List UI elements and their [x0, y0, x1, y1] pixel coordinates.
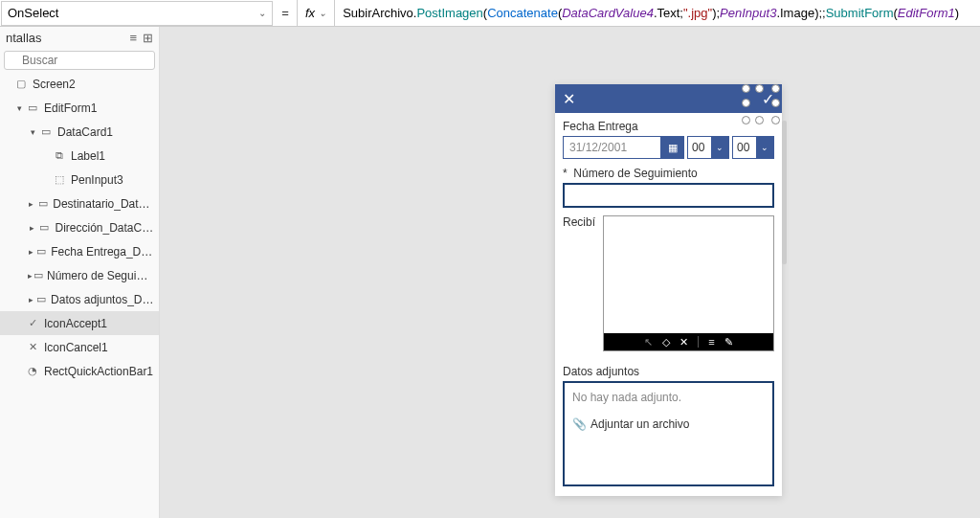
hour-select[interactable]: 00 ⌄ — [687, 136, 729, 159]
tree-item[interactable]: ▸▭Datos adjuntos_DataCard1 — [0, 287, 159, 311]
calendar-icon[interactable]: ▦ — [661, 136, 684, 159]
chevron-down-icon: ⌄ — [756, 137, 773, 158]
fx-label: fx — [305, 6, 315, 20]
datos-label: Datos adjuntos — [563, 365, 774, 378]
tree-node-icon: ▭ — [25, 101, 40, 116]
numseg-label: * Número de Seguimiento — [563, 167, 774, 180]
tree-node-label: Screen2 — [33, 78, 76, 91]
tree-node-icon: ▢ — [13, 77, 29, 92]
pen-draw-icon[interactable]: ✎ — [724, 336, 733, 349]
tree-node-icon: ▭ — [35, 244, 47, 259]
list-view-icon[interactable]: ≡ — [129, 31, 137, 45]
hour-value: 00 — [688, 137, 711, 158]
attach-file-link[interactable]: 📎 Adjuntar un archivo — [572, 417, 765, 431]
selection-handles[interactable] — [742, 84, 780, 124]
tree-node-label: Número de Seguimiento_DataCard1 — [47, 269, 155, 282]
search-wrap: ⌕ — [4, 51, 155, 70]
tree-node-label: Fecha Entrega_DataCard1 — [51, 245, 155, 259]
tree-item[interactable]: ⬚PenInput3 — [0, 168, 159, 191]
pen-clear-icon[interactable]: ✕ — [679, 336, 688, 349]
tree-node-icon: ▭ — [33, 268, 43, 283]
tree-node-icon: ▭ — [38, 124, 54, 140]
tree-node-icon: ✕ — [25, 340, 40, 355]
formula-bar: OnSelect ⌄ = fx ⌄ SubirArchivo.PostImage… — [0, 0, 980, 27]
pen-cursor-icon[interactable]: ↖ — [644, 336, 653, 349]
tree-item[interactable]: ▸▭Número de Seguimiento_DataCard1 — [0, 263, 159, 287]
tree-node-icon: ▭ — [36, 196, 49, 212]
fx-button[interactable]: fx ⌄ — [297, 0, 335, 26]
tree-item[interactable]: ✕IconCancel1 — [0, 335, 159, 359]
search-input[interactable] — [4, 51, 155, 70]
tree-node-label: DataCard1 — [57, 125, 113, 139]
tree-toggle[interactable]: ▸ — [27, 199, 36, 209]
tree-toggle[interactable]: ▸ — [27, 247, 35, 257]
tree-node-icon: ▭ — [35, 292, 47, 307]
pen-input[interactable]: ↖ ◇ ✕ ≡ ✎ — [603, 215, 774, 351]
grid-view-icon[interactable]: ⊞ — [143, 31, 153, 45]
chevron-down-icon: ⌄ — [711, 137, 728, 158]
date-input[interactable]: 31/12/2001 ▦ — [563, 136, 684, 159]
panel-header: ntallas ≡ ⊞ — [0, 27, 159, 49]
tree-toggle[interactable]: ▸ — [27, 271, 33, 281]
tree-item[interactable]: ▢Screen2 — [0, 72, 159, 96]
property-dropdown[interactable]: OnSelect ⌄ — [1, 1, 273, 26]
tree-node-icon: ⧉ — [52, 148, 67, 164]
tree-node-icon: ✓ — [25, 316, 40, 331]
form-header: ✕ ✓ — [555, 84, 782, 113]
tree-item[interactable]: ▾▭DataCard1 — [0, 120, 159, 144]
tree-node-label: Label1 — [71, 149, 105, 163]
panel-title: ntallas — [6, 31, 42, 45]
close-icon[interactable]: ✕ — [563, 90, 575, 108]
tree-item[interactable]: ▸▭Destinatario_DataCard1 — [0, 191, 159, 215]
recibi-label: Recibí — [563, 215, 597, 351]
tree-item[interactable]: ✓IconAccept1 — [0, 311, 159, 335]
equals-sign: = — [274, 6, 297, 20]
tree-node-label: Destinatario_DataCard1 — [53, 197, 155, 211]
date-row: 31/12/2001 ▦ 00 ⌄ 00 ⌄ — [563, 136, 774, 159]
attachments-box[interactable]: No hay nada adjunto. 📎 Adjuntar un archi… — [563, 381, 774, 486]
tree-item[interactable]: ▸▭Fecha Entrega_DataCard1 — [0, 239, 159, 263]
minute-value: 00 — [733, 137, 756, 158]
tree-toggle[interactable]: ▸ — [27, 295, 35, 304]
attach-link-label: Adjuntar un archivo — [590, 417, 689, 431]
tree-node-label: Datos adjuntos_DataCard1 — [51, 293, 155, 306]
recibi-row: Recibí ↖ ◇ ✕ ≡ ✎ — [563, 215, 774, 351]
tree-node-icon: ⬚ — [52, 172, 67, 188]
tree-view: ▢Screen2▾▭EditForm1▾▭DataCard1⧉Label1⬚Pe… — [0, 72, 159, 383]
tree-panel: ntallas ≡ ⊞ ⌕ ▢Screen2▾▭EditForm1▾▭DataC… — [0, 27, 160, 518]
pen-eraser-icon[interactable]: ◇ — [662, 336, 670, 349]
accept-icon[interactable]: ✓ — [762, 90, 774, 108]
pen-toolbar: ↖ ◇ ✕ ≡ ✎ — [604, 333, 773, 350]
chevron-down-icon: ⌄ — [319, 8, 326, 18]
scrollbar[interactable] — [782, 121, 787, 264]
formula-input[interactable]: SubirArchivo.PostImagen(Concatenate(Data… — [335, 6, 980, 20]
form-body: Fecha Entrega 31/12/2001 ▦ 00 ⌄ 00 ⌄ * N… — [555, 113, 782, 496]
tree-item[interactable]: ⧉Label1 — [0, 144, 159, 168]
chevron-down-icon: ⌄ — [258, 8, 266, 18]
numseg-input[interactable] — [563, 183, 774, 208]
paperclip-icon: 📎 — [572, 417, 587, 431]
minute-select[interactable]: 00 ⌄ — [732, 136, 774, 159]
attachments-empty: No hay nada adjunto. — [572, 391, 765, 404]
tree-node-label: RectQuickActionBar1 — [44, 365, 153, 378]
tree-toggle[interactable]: ▸ — [27, 223, 37, 233]
tree-node-label: PenInput3 — [71, 173, 123, 187]
tree-node-label: EditForm1 — [44, 101, 97, 115]
tree-toggle[interactable]: ▾ — [13, 103, 25, 113]
pen-lines-icon[interactable]: ≡ — [708, 336, 714, 348]
tree-node-label: IconAccept1 — [44, 317, 107, 330]
tree-node-icon: ▭ — [37, 220, 52, 236]
property-dropdown-value: OnSelect — [8, 6, 58, 20]
tree-node-label: Dirección_DataCard1 — [56, 221, 156, 235]
date-value: 31/12/2001 — [563, 136, 661, 159]
tree-item[interactable]: ◔RectQuickActionBar1 — [0, 359, 159, 383]
canvas[interactable]: ✕ ✓ Fecha Entrega 31/12/2001 ▦ 00 ⌄ — [160, 27, 980, 518]
form-preview: ✕ ✓ Fecha Entrega 31/12/2001 ▦ 00 ⌄ — [555, 84, 782, 496]
tree-toggle[interactable]: ▾ — [27, 127, 38, 137]
tree-item[interactable]: ▾▭EditForm1 — [0, 96, 159, 120]
tree-node-icon: ◔ — [25, 364, 40, 379]
tree-item[interactable]: ▸▭Dirección_DataCard1 — [0, 215, 159, 239]
tree-node-label: IconCancel1 — [44, 341, 108, 354]
